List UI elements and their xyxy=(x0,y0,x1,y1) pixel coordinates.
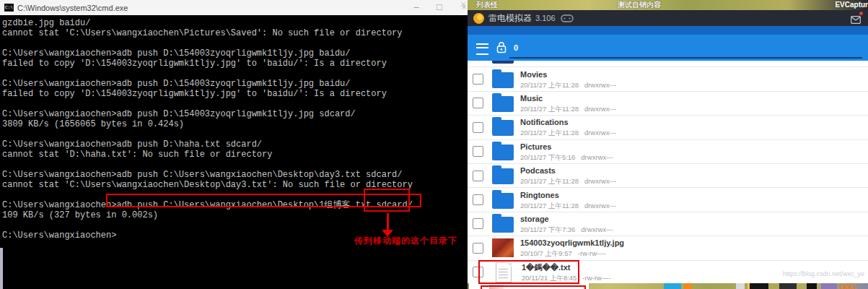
terminal-line xyxy=(2,220,468,230)
row-checkbox[interactable] xyxy=(473,218,483,229)
message-icon[interactable] xyxy=(851,14,861,27)
file-row[interactable]: 154003zyoqrligwmk1tljy.jpg 20/10/7 上午9:5… xyxy=(468,236,868,260)
file-row[interactable]: Podcasts 20/11/27 上午11:28 drwxrwx--- xyxy=(468,164,868,188)
lock-icon[interactable] xyxy=(496,41,507,56)
file-name: Music xyxy=(520,94,616,103)
desktop-background-strip: × 列表怪 测试自销内容 EVCaptur xyxy=(468,0,868,10)
recorder-watermark: EVCaptur xyxy=(835,1,868,9)
toolbar-progress-line xyxy=(509,57,862,59)
file-info: storage 20/11/27 下午7:36 drwxrwx--- xyxy=(520,215,613,233)
csdn-watermark: https://blog.csdn.net/wxc_ye xyxy=(783,270,864,277)
terminal-line: gzdbie.jpg baidu/ xyxy=(2,18,468,28)
taskbar-icon[interactable] xyxy=(664,283,681,289)
file-info: Pictures 20/11/27 下午5:16 drwxrwx--- xyxy=(520,142,613,161)
row-checkbox[interactable] xyxy=(473,146,483,157)
file-meta: 20/11/27 下午7:36 drwxrwx--- xyxy=(520,225,613,233)
notification-dot xyxy=(859,12,863,15)
annotation-label: 传到移动端的这个目录下 xyxy=(354,236,457,246)
taskbar-icon[interactable] xyxy=(684,283,692,289)
row-checkbox[interactable] xyxy=(473,243,483,254)
file-icon xyxy=(492,96,514,112)
taskbar-icon[interactable] xyxy=(807,283,817,289)
file-icon xyxy=(492,61,514,64)
terminal-line xyxy=(2,69,468,79)
file-name: 154003zyoqrligwmk1tljy.jpg xyxy=(520,238,624,248)
file-meta: 20/11/27 上午11:28 drwxrwx--- xyxy=(520,105,616,113)
row-checkbox[interactable] xyxy=(473,194,483,205)
maximize-button[interactable]: □ xyxy=(429,0,450,14)
file-meta: 20/11/27 上午11:28 drwxrwx--- xyxy=(520,129,616,137)
file-info: Podcasts 20/11/27 上午11:28 drwxrwx--- xyxy=(520,166,616,185)
cmd-icon: C:\ xyxy=(4,4,14,12)
terminal-line: failed to copy 'D:\154003zyoqrligwmk1tlj… xyxy=(2,89,468,99)
file-info: Ringtones 20/11/27 上午11:28 drwxrwx--- xyxy=(520,191,616,210)
background-watermark: 列表怪 xyxy=(476,1,498,9)
terminal-line xyxy=(2,38,468,48)
terminal-line: C:\Users\wangxiaochen>adb push D:\154003… xyxy=(2,48,468,59)
filemanager-toolbar: 0 xyxy=(468,35,868,61)
terminal-line: C:\Users\wangxiaochen>adb push D:\154003… xyxy=(2,79,468,89)
row-checkbox[interactable] xyxy=(473,171,483,181)
file-name: Movies xyxy=(520,70,616,79)
terminal-line: failed to copy 'D:\154003zyoqrligwmk1tlj… xyxy=(2,59,468,69)
file-meta: 20/11/27 上午11:28 drwxrwx--- xyxy=(520,177,616,185)
desktop-sliver xyxy=(0,248,3,289)
terminal-line: cannot stat 'D:\haha.txt': No such file … xyxy=(2,150,468,160)
menu-icon[interactable] xyxy=(476,43,488,55)
row-checkbox[interactable] xyxy=(473,74,483,85)
file-row[interactable]: Notifications 20/11/27 上午11:28 drwxrwx--… xyxy=(468,116,868,139)
cmd-window: C:\ C:\Windows\system32\cmd.exe – □ × gz… xyxy=(0,0,468,289)
file-name: Notifications xyxy=(520,118,616,127)
file-icon xyxy=(492,144,514,160)
file-meta: 20/11/27 上午11:28 drwxrwx--- xyxy=(520,81,616,89)
file-row[interactable]: Music 20/11/27 上午11:28 drwxrwx--- xyxy=(468,92,868,116)
background-watermark: 测试自销内容 xyxy=(618,1,661,9)
terminal-line xyxy=(2,99,468,109)
file-icon xyxy=(492,72,514,88)
taskbar-icon[interactable] xyxy=(736,283,745,289)
file-meta: 20/11/27 上午11:28 drwxrwx--- xyxy=(520,202,616,210)
terminal-line xyxy=(2,129,468,139)
terminal-line: C:\Users\wangxiaochen>adb push C:\Users\… xyxy=(2,170,468,180)
row-checkbox[interactable] xyxy=(473,98,483,108)
file-row[interactable]: storage 20/11/27 下午7:36 drwxrwx--- xyxy=(468,212,868,236)
terminal-line: 109 KB/s (327 bytes in 0.002s) xyxy=(2,210,468,220)
annotation-box-partial-row xyxy=(481,285,586,289)
taskbar-icon[interactable] xyxy=(779,283,797,289)
terminal-output[interactable]: gzdbie.jpg baidu/ cannot stat 'C:\Users\… xyxy=(0,15,468,289)
terminal-line: C:\Users\wangxiaochen>adb push D:\154003… xyxy=(2,109,468,119)
terminal-line xyxy=(2,160,468,170)
gamepad-icon[interactable] xyxy=(561,14,574,22)
terminal-line: cannot stat 'C:\Users\wangxiaochen\Pictu… xyxy=(2,28,468,38)
minimize-button[interactable]: – xyxy=(405,0,427,14)
file-info: Music 20/11/27 上午11:28 drwxrwx--- xyxy=(520,94,616,113)
file-icon xyxy=(492,217,514,233)
file-icon xyxy=(492,168,514,184)
taskbar-icon[interactable] xyxy=(748,283,768,289)
file-list[interactable]: 20/11/27 上午11:27 drwxrwx--- Movies 20/11… xyxy=(468,61,868,283)
emulator-titlebar[interactable]: 雷电模拟器 3.106 xyxy=(468,10,868,26)
file-row[interactable]: 20/11/27 上午11:27 drwxrwx--- xyxy=(468,61,868,67)
file-name: Pictures xyxy=(520,142,613,152)
emulator-title: 雷电模拟器 xyxy=(488,12,532,25)
cmd-window-title: C:\Windows\system32\cmd.exe xyxy=(17,4,128,12)
annotation-box-sdcard xyxy=(364,189,410,212)
cmd-titlebar[interactable]: C:\ C:\Windows\system32\cmd.exe xyxy=(0,0,468,16)
taskbar-icon[interactable] xyxy=(821,283,837,289)
file-icon xyxy=(492,193,514,209)
terminal-line: C:\Users\wangxiaochen>adb push D:\haha.t… xyxy=(2,139,468,150)
file-name: storage xyxy=(520,215,613,224)
file-info: Movies 20/11/27 上午11:28 drwxrwx--- xyxy=(520,70,616,89)
file-row[interactable]: Pictures 20/11/27 下午5:16 drwxrwx--- xyxy=(468,140,868,164)
file-info: 154003zyoqrligwmk1tljy.jpg 20/10/7 上午9:5… xyxy=(520,238,624,257)
terminal-line: 3809 KB/s (1656065 bytes in 0.424s) xyxy=(2,119,468,129)
file-name: Podcasts xyxy=(520,166,616,176)
row-checkbox[interactable] xyxy=(473,122,483,133)
emulator-version: 3.106 xyxy=(535,14,556,22)
ldplayer-logo-icon xyxy=(473,13,484,24)
file-row[interactable]: Ringtones 20/11/27 上午11:28 drwxrwx--- xyxy=(468,188,868,212)
close-icon: × xyxy=(460,0,466,10)
screenshot-root: C:\ C:\Windows\system32\cmd.exe – □ × gz… xyxy=(0,0,868,289)
file-meta: 20/10/7 上午9:57 -rw-rw---- xyxy=(520,249,624,257)
file-row[interactable]: Movies 20/11/27 上午11:28 drwxrwx--- xyxy=(468,67,868,91)
